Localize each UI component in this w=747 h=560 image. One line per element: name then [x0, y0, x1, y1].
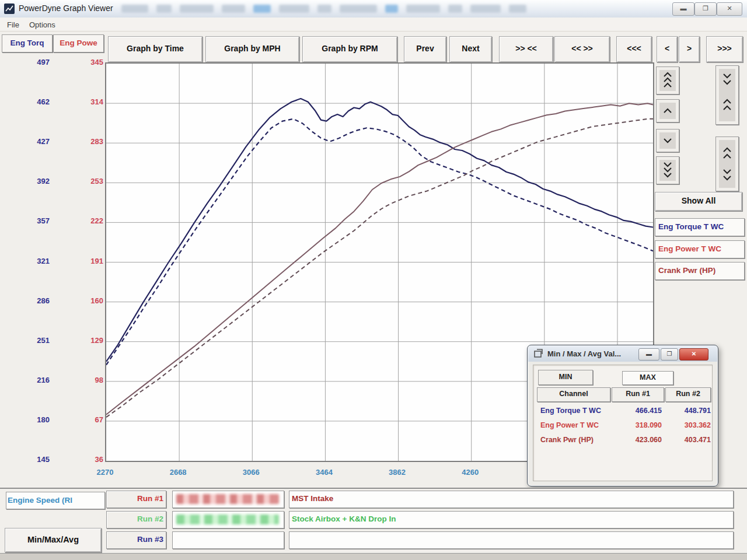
app-icon	[4, 4, 15, 14]
column-header-channel: Channel	[537, 387, 610, 402]
run-description-field[interactable]: MST Intake	[289, 491, 734, 508]
minmax-table-row: Eng Torque T WC466.415448.791	[533, 405, 712, 419]
minmax-table-row: Eng Power T WC318.090303.362	[533, 419, 712, 433]
graph-by-time-button[interactable]: Graph by Time	[108, 36, 203, 62]
rpm-axis-tick-label: 3464	[306, 468, 341, 477]
run-description-field[interactable]: Stock Airbox + K&N Drop In	[289, 511, 734, 528]
torque-axis-tick-label: 462	[15, 97, 50, 106]
redacted-title-text	[156, 5, 172, 13]
rpm-axis-tick-label: 2668	[160, 468, 196, 477]
run-label: Run #2	[107, 512, 166, 527]
power-axis-tick-label: 67	[68, 415, 103, 424]
torque-axis-tick-label: 497	[15, 58, 50, 66]
x-channel-button[interactable]: Engine Speed (RI	[6, 492, 105, 509]
power-axis-tick-label: 98	[68, 376, 103, 384]
power-axis-tick-label: 253	[68, 177, 103, 186]
powerdyne-window: PowerDyne Graph Viewer ▬ ❐ ✕ File Option…	[0, 0, 747, 560]
redacted-title-text	[385, 5, 398, 13]
torque-axis-tick-label: 180	[15, 415, 50, 424]
run-description: Stock Airbox + K&N Drop In	[289, 512, 733, 527]
graph-by-mph-button[interactable]: Graph by MPH	[205, 36, 299, 62]
column-header-run2: Run #2	[665, 387, 711, 402]
minmax-avg-button[interactable]: Min/Max/Avg	[5, 528, 102, 552]
channel-button-eng-torque[interactable]: Eng Torque T WC	[655, 218, 745, 236]
torque-axis-tick-label: 251	[15, 336, 50, 345]
close-button[interactable]: ✕	[717, 2, 742, 16]
redacted-title-text	[470, 5, 501, 13]
rpm-axis-tick-label: 4260	[453, 468, 488, 477]
minmax-run1-value: 318.090	[609, 421, 662, 429]
show-all-button[interactable]: Show All	[655, 192, 742, 211]
chevron-down-icon	[659, 132, 676, 149]
run-file-field[interactable]	[172, 491, 284, 508]
run-label-cell: Run #2	[106, 511, 166, 528]
run-label-cell: Run #1	[106, 491, 166, 508]
zoom-in-x-button[interactable]: >> <<	[499, 36, 553, 62]
torque-axis-tick-label: 321	[15, 257, 50, 265]
bottom-panel: Engine Speed (RI Min/Max/Avg Run #1MST I…	[0, 488, 747, 554]
next-button[interactable]: Next	[449, 36, 492, 62]
x-channel-label: Engine Speed (RI	[6, 496, 72, 505]
power-axis-tick-label: 191	[68, 257, 103, 265]
graph-by-rpm-button[interactable]: Graph by RPM	[302, 36, 397, 62]
run-file-field[interactable]	[172, 511, 284, 528]
channel-button-eng-power[interactable]: Eng Power T WC	[655, 240, 745, 258]
channel-button-crank-pwr[interactable]: Crank Pwr (HP)	[655, 262, 745, 280]
run-file-field[interactable]	[172, 531, 284, 549]
maximize-button[interactable]: ❐	[694, 2, 717, 16]
dialog-icon	[533, 349, 544, 359]
rpm-axis-tick-label: 3066	[233, 468, 268, 477]
run-label-cell: Run #3	[106, 531, 166, 549]
torque-axis-tick-label: 145	[15, 455, 50, 464]
redacted-title-text	[121, 5, 148, 13]
power-axis-tick-label: 160	[68, 296, 103, 305]
minimize-button[interactable]: ▬	[672, 2, 694, 16]
window-title: PowerDyne Graph Viewer	[19, 4, 113, 13]
redacted-title-text	[509, 5, 526, 13]
scroll-right-fast-button[interactable]: >>>	[706, 36, 743, 62]
curve-eng-torque-t-wc-run-2	[106, 119, 653, 365]
torque-axis-tick-label: 392	[15, 177, 50, 186]
tab-eng-torque[interactable]: Eng Torq	[2, 34, 53, 52]
scroll-right-button[interactable]: >	[679, 36, 700, 62]
tab-eng-torque-label: Eng Torq	[10, 38, 44, 47]
minmax-run1-value: 423.060	[609, 436, 662, 444]
column-header-run1: Run #1	[612, 387, 664, 402]
dialog-maximize-button[interactable]: ❐	[661, 348, 678, 360]
redacted-title-text	[222, 5, 245, 13]
minmax-dialog: Min / Max / Avg Val... ▬ ❐ ✕ MIN MAX Cha…	[527, 345, 718, 487]
scale-down-button[interactable]	[656, 129, 679, 152]
prev-button[interactable]: Prev	[404, 36, 446, 62]
scale-down-fast-button[interactable]	[656, 156, 679, 184]
minmax-run2-value: 403.471	[663, 436, 711, 444]
scroll-left-fast-button[interactable]: <<<	[616, 36, 652, 62]
dialog-close-button[interactable]: ✕	[679, 348, 708, 360]
run-description-field[interactable]	[289, 531, 734, 549]
minmax-run1-value: 466.415	[609, 407, 662, 415]
compress-scale-button[interactable]	[715, 65, 739, 125]
scale-up-fast-button[interactable]	[656, 66, 679, 94]
torque-axis-tick-label: 216	[15, 376, 50, 384]
scroll-left-button[interactable]: <	[657, 36, 678, 62]
dialog-minimize-button[interactable]: ▬	[638, 348, 659, 360]
redacted-title-text	[180, 5, 214, 13]
zoom-out-x-button[interactable]: << >>	[554, 36, 610, 62]
expand-scale-button[interactable]	[715, 136, 739, 191]
run-label: Run #3	[107, 532, 166, 547]
min-tab-button[interactable]: MIN	[538, 370, 593, 385]
rpm-axis-tick-label: 3862	[380, 468, 415, 477]
menu-options[interactable]: Options	[26, 19, 59, 30]
tab-eng-power-label: Eng Powe	[60, 38, 97, 47]
torque-axis-tick-label: 357	[15, 216, 50, 225]
power-axis-tick-label: 129	[68, 336, 103, 345]
redacted-run-filename	[176, 514, 279, 524]
tab-eng-power[interactable]: Eng Powe	[53, 34, 104, 52]
chevron-up-icon	[659, 103, 676, 119]
chevrons-up-triple-icon	[659, 70, 676, 91]
max-tab-button[interactable]: MAX	[622, 371, 673, 385]
redacted-title-text	[448, 5, 462, 13]
redacted-title-text	[279, 5, 309, 13]
menu-file[interactable]: File	[4, 19, 23, 30]
dialog-title: Min / Max / Avg Val...	[547, 349, 621, 358]
scale-up-button[interactable]	[656, 99, 679, 123]
